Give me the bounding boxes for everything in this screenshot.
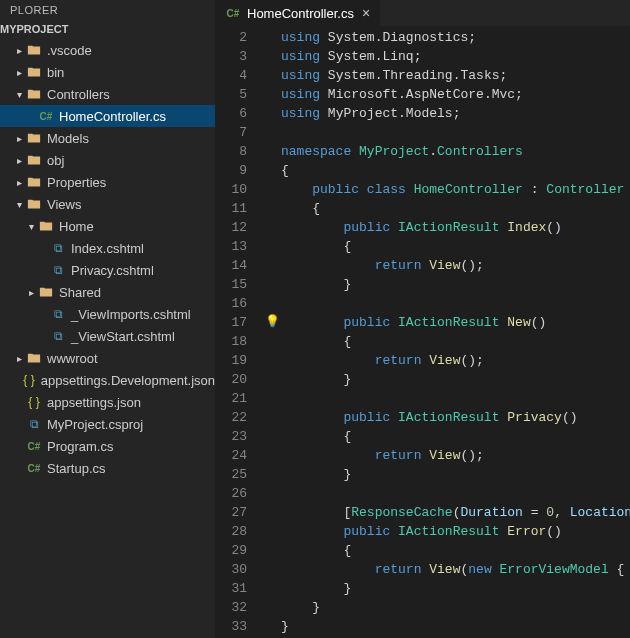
code-line[interactable]: { — [281, 161, 630, 180]
lightbulb-icon[interactable]: 💡 — [265, 313, 281, 332]
tree-item[interactable]: { }appsettings.Development.json — [0, 369, 215, 391]
line-number: 28 — [215, 522, 247, 541]
tree-item[interactable]: ⧉_ViewImports.cshtml — [0, 303, 215, 325]
code-line[interactable]: } — [281, 598, 630, 617]
code-line[interactable]: public IActionResult New() — [281, 313, 630, 332]
code-line[interactable]: public IActionResult Index() — [281, 218, 630, 237]
code-line[interactable]: } — [281, 465, 630, 484]
line-number: 22 — [215, 408, 247, 427]
tree-item[interactable]: ▾Home — [0, 215, 215, 237]
tree-item-label: Home — [59, 219, 94, 234]
line-number: 29 — [215, 541, 247, 560]
tree-item[interactable]: ⧉Index.cshtml — [0, 237, 215, 259]
code-content[interactable]: using System.Diagnostics;using System.Li… — [281, 26, 630, 638]
tree-item[interactable]: ▸Properties — [0, 171, 215, 193]
line-number: 16 — [215, 294, 247, 313]
code-line[interactable]: using System.Diagnostics; — [281, 28, 630, 47]
code-line[interactable]: { — [281, 237, 630, 256]
code-editor[interactable]: 2345678910111213141516171819202122232425… — [215, 26, 630, 638]
close-icon[interactable]: × — [362, 5, 370, 21]
code-line[interactable]: return View(); — [281, 446, 630, 465]
tree-item[interactable]: C#Program.cs — [0, 435, 215, 457]
line-number: 24 — [215, 446, 247, 465]
lightbulb-icon — [265, 66, 281, 85]
code-line[interactable] — [281, 294, 630, 313]
folder-icon — [26, 64, 42, 80]
code-line[interactable]: { — [281, 427, 630, 446]
line-number: 8 — [215, 142, 247, 161]
tree-item[interactable]: ▸Shared — [0, 281, 215, 303]
lightbulb-icon — [265, 199, 281, 218]
code-line[interactable] — [281, 484, 630, 503]
lightbulb-icon — [265, 389, 281, 408]
code-line[interactable]: { — [281, 541, 630, 560]
tree-item[interactable]: C#Startup.cs — [0, 457, 215, 479]
line-number: 30 — [215, 560, 247, 579]
tree-item[interactable]: ⧉MyProject.csproj — [0, 413, 215, 435]
code-line[interactable]: } — [281, 579, 630, 598]
folder-icon — [26, 42, 42, 58]
code-line[interactable]: } — [281, 617, 630, 636]
code-line[interactable]: return View(new ErrorViewModel { R — [281, 560, 630, 579]
line-number: 19 — [215, 351, 247, 370]
cs-icon: C# — [38, 108, 54, 124]
lightbulb-icon — [265, 161, 281, 180]
code-line[interactable]: using System.Linq; — [281, 47, 630, 66]
folder-icon — [26, 130, 42, 146]
project-title[interactable]: MYPROJECT — [0, 20, 215, 39]
code-line[interactable]: { — [281, 332, 630, 351]
tree-item[interactable]: ▾Controllers — [0, 83, 215, 105]
tree-item-label: Properties — [47, 175, 106, 190]
code-line[interactable]: using MyProject.Models; — [281, 104, 630, 123]
code-line[interactable]: } — [281, 275, 630, 294]
code-line[interactable]: using Microsoft.AspNetCore.Mvc; — [281, 85, 630, 104]
tree-item[interactable]: ▸wwwroot — [0, 347, 215, 369]
code-line[interactable]: } — [281, 370, 630, 389]
file-icon: ⧉ — [50, 306, 66, 322]
tree-item-label: MyProject.csproj — [47, 417, 143, 432]
lightbulb-icon — [265, 275, 281, 294]
lightbulb-icon — [265, 484, 281, 503]
lightbulb-icon — [265, 446, 281, 465]
code-line[interactable] — [281, 389, 630, 408]
line-number: 23 — [215, 427, 247, 446]
lightbulb-icon — [265, 408, 281, 427]
code-line[interactable]: [ResponseCache(Duration = 0, Location : — [281, 503, 630, 522]
code-line[interactable]: using System.Threading.Tasks; — [281, 66, 630, 85]
tree-item[interactable]: C#HomeController.cs — [0, 105, 215, 127]
line-number: 32 — [215, 598, 247, 617]
tree-item[interactable]: ▾Views — [0, 193, 215, 215]
tree-item[interactable]: ▸obj — [0, 149, 215, 171]
editor-area: C# HomeController.cs × 23456789101112131… — [215, 0, 630, 638]
explorer-header: PLORER — [0, 0, 215, 20]
code-line[interactable]: public IActionResult Error() — [281, 522, 630, 541]
tab-homecontroller[interactable]: C# HomeController.cs × — [215, 0, 381, 26]
code-line[interactable]: return View(); — [281, 351, 630, 370]
code-line[interactable]: { — [281, 199, 630, 218]
tree-item-label: obj — [47, 153, 64, 168]
tree-item[interactable]: ▸.vscode — [0, 39, 215, 61]
tree-item[interactable]: ⧉Privacy.cshtml — [0, 259, 215, 281]
lightbulb-icon — [265, 522, 281, 541]
tree-item[interactable]: ⧉_ViewStart.cshtml — [0, 325, 215, 347]
code-line[interactable]: public IActionResult Privacy() — [281, 408, 630, 427]
code-line[interactable]: return View(); — [281, 256, 630, 275]
file-icon: ⧉ — [50, 328, 66, 344]
code-line[interactable]: namespace MyProject.Controllers — [281, 142, 630, 161]
line-number: 33 — [215, 617, 247, 636]
tree-item-label: _ViewImports.cshtml — [71, 307, 191, 322]
lightbulb-column: 💡 — [265, 26, 281, 638]
line-number: 20 — [215, 370, 247, 389]
tree-item[interactable]: ▸Models — [0, 127, 215, 149]
lightbulb-icon — [265, 427, 281, 446]
folder-icon — [26, 174, 42, 190]
tree-item[interactable]: { }appsettings.json — [0, 391, 215, 413]
file-tree: ▸.vscode▸bin▾ControllersC#HomeController… — [0, 39, 215, 638]
lightbulb-icon — [265, 256, 281, 275]
line-number: 5 — [215, 85, 247, 104]
code-line[interactable] — [281, 123, 630, 142]
tree-item[interactable]: ▸bin — [0, 61, 215, 83]
folder-icon — [38, 284, 54, 300]
chevron-icon: ▸ — [24, 287, 38, 298]
code-line[interactable]: public class HomeController : Controller — [281, 180, 630, 199]
